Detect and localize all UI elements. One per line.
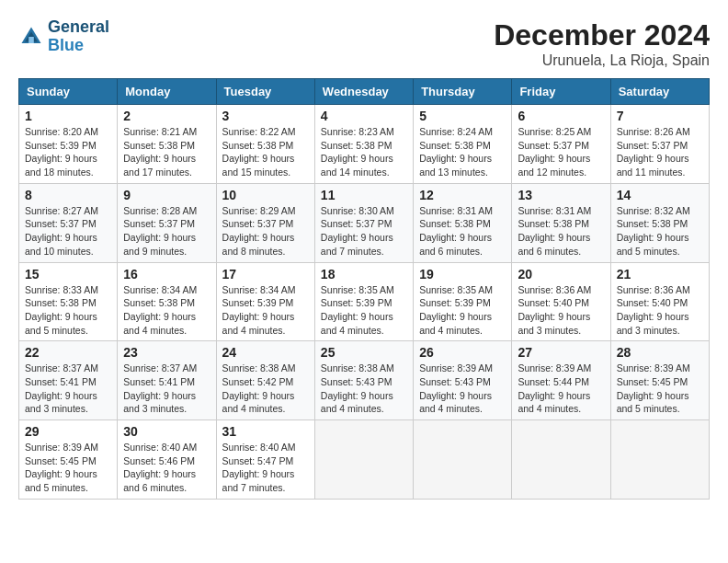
day-number: 28 bbox=[617, 345, 703, 360]
calendar-cell: 18 Sunrise: 8:35 AM Sunset: 5:39 PM Dayl… bbox=[314, 262, 413, 341]
daylight-label: Daylight: 9 hours and 4 minutes. bbox=[518, 390, 590, 415]
sunset-label: Sunset: 5:47 PM bbox=[222, 455, 294, 466]
calendar-cell: 14 Sunrise: 8:32 AM Sunset: 5:38 PM Dayl… bbox=[610, 183, 709, 262]
day-info: Sunrise: 8:34 AM Sunset: 5:39 PM Dayligh… bbox=[222, 283, 309, 338]
sunrise-label: Sunrise: 8:27 AM bbox=[25, 205, 98, 216]
day-number: 30 bbox=[123, 424, 210, 439]
daylight-label: Daylight: 9 hours and 13 minutes. bbox=[419, 153, 492, 178]
sunrise-label: Sunrise: 8:35 AM bbox=[419, 284, 493, 295]
sunrise-label: Sunrise: 8:21 AM bbox=[123, 126, 197, 137]
daylight-label: Daylight: 9 hours and 4 minutes. bbox=[419, 311, 492, 336]
sunset-label: Sunset: 5:38 PM bbox=[25, 297, 97, 308]
day-info: Sunrise: 8:38 AM Sunset: 5:42 PM Dayligh… bbox=[222, 362, 309, 416]
sunset-label: Sunset: 5:45 PM bbox=[25, 455, 97, 466]
sunset-label: Sunset: 5:41 PM bbox=[25, 376, 97, 387]
calendar-cell: 24 Sunrise: 8:38 AM Sunset: 5:42 PM Dayl… bbox=[216, 341, 314, 420]
day-info: Sunrise: 8:39 AM Sunset: 5:45 PM Dayligh… bbox=[617, 362, 703, 416]
sunrise-label: Sunrise: 8:31 AM bbox=[419, 205, 493, 216]
calendar-day-header: Sunday bbox=[19, 79, 118, 105]
calendar-cell: 22 Sunrise: 8:37 AM Sunset: 5:41 PM Dayl… bbox=[19, 341, 118, 420]
sunrise-label: Sunrise: 8:20 AM bbox=[25, 126, 98, 137]
sunset-label: Sunset: 5:39 PM bbox=[222, 297, 294, 308]
calendar-cell bbox=[610, 420, 709, 500]
sunrise-label: Sunrise: 8:36 AM bbox=[617, 284, 690, 295]
sunrise-label: Sunrise: 8:25 AM bbox=[518, 126, 591, 137]
sunrise-label: Sunrise: 8:39 AM bbox=[518, 362, 591, 373]
calendar-week-row: 22 Sunrise: 8:37 AM Sunset: 5:41 PM Dayl… bbox=[19, 341, 710, 420]
day-info: Sunrise: 8:36 AM Sunset: 5:40 PM Dayligh… bbox=[617, 283, 703, 338]
sunrise-label: Sunrise: 8:34 AM bbox=[222, 284, 296, 295]
day-number: 1 bbox=[25, 109, 111, 123]
day-info: Sunrise: 8:39 AM Sunset: 5:43 PM Dayligh… bbox=[419, 362, 506, 416]
day-info: Sunrise: 8:26 AM Sunset: 5:37 PM Dayligh… bbox=[617, 125, 703, 179]
day-info: Sunrise: 8:32 AM Sunset: 5:38 PM Dayligh… bbox=[617, 204, 703, 259]
sunrise-label: Sunrise: 8:38 AM bbox=[222, 362, 296, 373]
sunrise-label: Sunrise: 8:37 AM bbox=[123, 362, 197, 373]
calendar-cell: 25 Sunrise: 8:38 AM Sunset: 5:43 PM Dayl… bbox=[314, 341, 413, 420]
daylight-label: Daylight: 9 hours and 9 minutes. bbox=[123, 232, 196, 257]
calendar-week-row: 1 Sunrise: 8:20 AM Sunset: 5:39 PM Dayli… bbox=[19, 105, 710, 184]
calendar-header-row: SundayMondayTuesdayWednesdayThursdayFrid… bbox=[19, 79, 710, 105]
sunrise-label: Sunrise: 8:36 AM bbox=[518, 284, 591, 295]
sunrise-label: Sunrise: 8:40 AM bbox=[123, 442, 197, 453]
day-info: Sunrise: 8:40 AM Sunset: 5:46 PM Dayligh… bbox=[123, 441, 210, 495]
sunset-label: Sunset: 5:42 PM bbox=[222, 376, 294, 387]
day-info: Sunrise: 8:29 AM Sunset: 5:37 PM Dayligh… bbox=[222, 204, 309, 259]
sunset-label: Sunset: 5:39 PM bbox=[419, 297, 491, 308]
sunrise-label: Sunrise: 8:29 AM bbox=[222, 205, 296, 216]
day-number: 25 bbox=[321, 345, 407, 360]
calendar-cell: 21 Sunrise: 8:36 AM Sunset: 5:40 PM Dayl… bbox=[610, 262, 709, 341]
day-number: 3 bbox=[222, 109, 309, 123]
calendar-cell: 5 Sunrise: 8:24 AM Sunset: 5:38 PM Dayli… bbox=[414, 105, 512, 184]
day-info: Sunrise: 8:27 AM Sunset: 5:37 PM Dayligh… bbox=[25, 204, 111, 259]
daylight-label: Daylight: 9 hours and 4 minutes. bbox=[321, 390, 393, 415]
title-block: December 2024 Urunuela, La Rioja, Spain bbox=[494, 18, 710, 69]
sunset-label: Sunset: 5:38 PM bbox=[419, 140, 491, 151]
sunrise-label: Sunrise: 8:31 AM bbox=[518, 205, 591, 216]
daylight-label: Daylight: 9 hours and 14 minutes. bbox=[321, 153, 393, 178]
calendar-cell: 31 Sunrise: 8:40 AM Sunset: 5:47 PM Dayl… bbox=[216, 420, 314, 500]
day-info: Sunrise: 8:35 AM Sunset: 5:39 PM Dayligh… bbox=[419, 283, 506, 338]
sunset-label: Sunset: 5:46 PM bbox=[123, 455, 195, 466]
calendar-cell: 20 Sunrise: 8:36 AM Sunset: 5:40 PM Dayl… bbox=[512, 262, 610, 341]
sunset-label: Sunset: 5:37 PM bbox=[321, 218, 392, 229]
day-number: 19 bbox=[419, 267, 506, 282]
daylight-label: Daylight: 9 hours and 3 minutes. bbox=[617, 311, 689, 336]
day-info: Sunrise: 8:30 AM Sunset: 5:37 PM Dayligh… bbox=[321, 204, 407, 259]
logo-blue: Blue bbox=[48, 37, 109, 55]
day-number: 26 bbox=[419, 345, 506, 360]
calendar-day-header: Monday bbox=[118, 79, 216, 105]
daylight-label: Daylight: 9 hours and 4 minutes. bbox=[123, 311, 196, 336]
day-info: Sunrise: 8:28 AM Sunset: 5:37 PM Dayligh… bbox=[123, 204, 210, 259]
sunrise-label: Sunrise: 8:26 AM bbox=[617, 126, 690, 137]
sunset-label: Sunset: 5:37 PM bbox=[518, 140, 589, 151]
day-number: 10 bbox=[222, 188, 309, 202]
sunrise-label: Sunrise: 8:22 AM bbox=[222, 126, 296, 137]
calendar-cell bbox=[314, 420, 413, 500]
daylight-label: Daylight: 9 hours and 5 minutes. bbox=[617, 232, 689, 257]
calendar-cell: 1 Sunrise: 8:20 AM Sunset: 5:39 PM Dayli… bbox=[19, 105, 118, 184]
calendar-cell: 12 Sunrise: 8:31 AM Sunset: 5:38 PM Dayl… bbox=[414, 183, 512, 262]
day-number: 24 bbox=[222, 345, 309, 360]
daylight-label: Daylight: 9 hours and 8 minutes. bbox=[222, 232, 295, 257]
day-number: 27 bbox=[518, 345, 604, 360]
svg-rect-2 bbox=[28, 37, 34, 43]
sunset-label: Sunset: 5:45 PM bbox=[617, 376, 688, 387]
calendar-week-row: 29 Sunrise: 8:39 AM Sunset: 5:45 PM Dayl… bbox=[19, 420, 710, 500]
sunset-label: Sunset: 5:40 PM bbox=[617, 297, 688, 308]
calendar-cell: 7 Sunrise: 8:26 AM Sunset: 5:37 PM Dayli… bbox=[610, 105, 709, 184]
daylight-label: Daylight: 9 hours and 12 minutes. bbox=[518, 153, 590, 178]
calendar-table: SundayMondayTuesdayWednesdayThursdayFrid… bbox=[18, 78, 710, 500]
daylight-label: Daylight: 9 hours and 5 minutes. bbox=[617, 390, 689, 415]
day-number: 11 bbox=[321, 188, 407, 202]
daylight-label: Daylight: 9 hours and 4 minutes. bbox=[419, 390, 492, 415]
daylight-label: Daylight: 9 hours and 15 minutes. bbox=[222, 153, 295, 178]
calendar-body: 1 Sunrise: 8:20 AM Sunset: 5:39 PM Dayli… bbox=[19, 105, 710, 500]
page-header: General Blue December 2024 Urunuela, La … bbox=[18, 18, 710, 69]
daylight-label: Daylight: 9 hours and 6 minutes. bbox=[419, 232, 492, 257]
day-number: 8 bbox=[25, 188, 111, 202]
day-number: 13 bbox=[518, 188, 604, 202]
calendar-day-header: Wednesday bbox=[314, 79, 413, 105]
day-number: 21 bbox=[617, 267, 703, 282]
calendar-cell: 23 Sunrise: 8:37 AM Sunset: 5:41 PM Dayl… bbox=[118, 341, 216, 420]
